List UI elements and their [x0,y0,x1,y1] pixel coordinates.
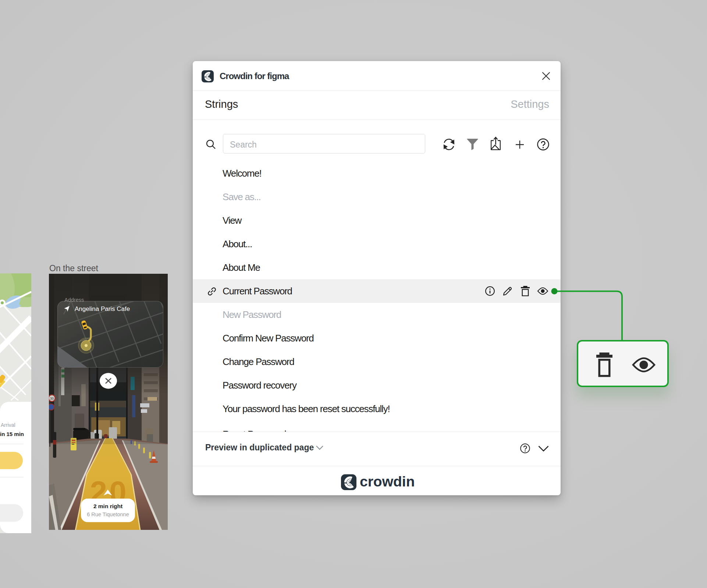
svg-text:Arrival: Arrival [1,422,15,428]
svg-text:2 min right: 2 min right [93,503,122,509]
svg-text:Angelina Paris Cafe: Angelina Paris Cafe [75,305,130,312]
svg-text:Address: Address [64,297,84,303]
svg-text:6 Rue Tiquetonne: 6 Rue Tiquetonne [87,511,129,517]
svg-text:in 15 min: in 15 min [0,431,24,437]
